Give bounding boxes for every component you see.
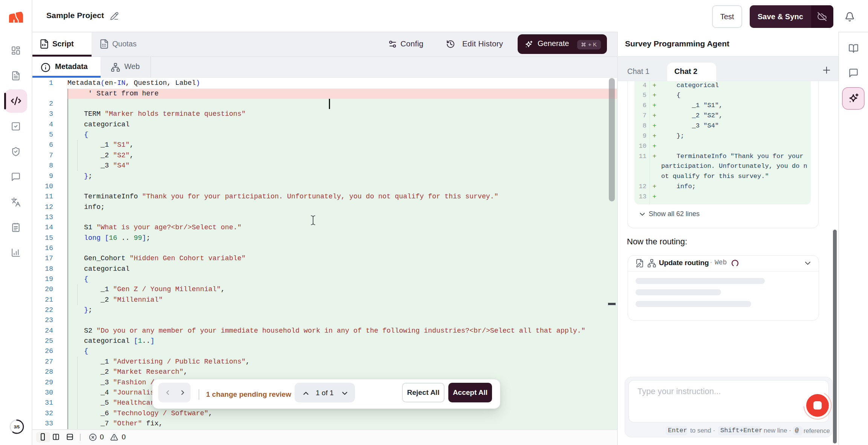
svg-text:3/5: 3/5: [14, 425, 20, 429]
